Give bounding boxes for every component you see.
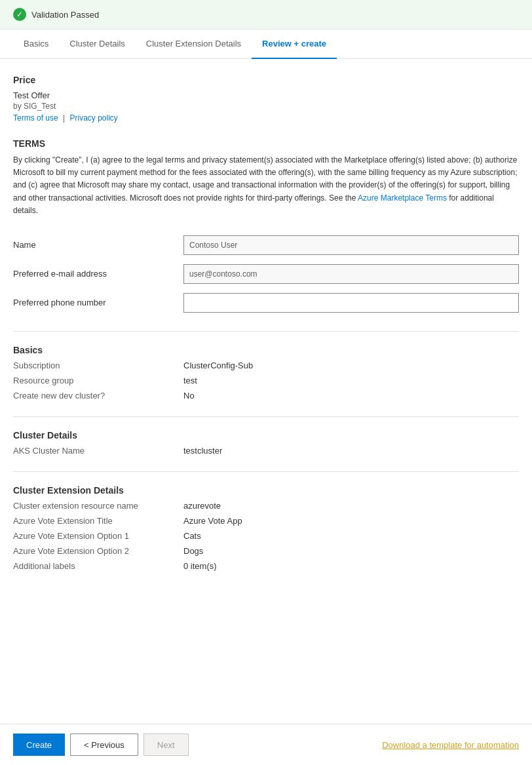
validation-banner: ✓ Validation Passed xyxy=(0,0,532,29)
privacy-policy-link[interactable]: Privacy policy xyxy=(70,113,118,123)
table-row: Cluster extension resource name azurevot… xyxy=(13,501,519,511)
basics-section-title: Basics xyxy=(13,345,519,355)
link-separator: | xyxy=(63,113,65,123)
previous-button[interactable]: < Previous xyxy=(70,734,138,756)
table-row: Create new dev cluster? No xyxy=(13,391,519,401)
check-icon: ✓ xyxy=(13,8,26,21)
name-row: Name xyxy=(13,235,519,255)
extension-title-key: Azure Vote Extension Title xyxy=(13,516,183,526)
extension-option2-value: Dogs xyxy=(183,546,203,556)
aks-cluster-name-value: testcluster xyxy=(183,446,222,456)
phone-row: Preferred phone number xyxy=(13,293,519,313)
price-section-title: Price xyxy=(13,75,519,85)
create-dev-cluster-value: No xyxy=(183,391,195,401)
phone-label: Preferred phone number xyxy=(13,298,183,307)
table-row: AKS Cluster Name testcluster xyxy=(13,446,519,456)
tab-cluster-details[interactable]: Cluster Details xyxy=(59,29,136,59)
divider-3 xyxy=(13,471,519,472)
cluster-details-title: Cluster Details xyxy=(13,430,519,441)
offer-by: by SIG_Test xyxy=(13,102,519,111)
cluster-extension-details-title: Cluster Extension Details xyxy=(13,485,519,496)
cluster-details-section: Cluster Details AKS Cluster Name testclu… xyxy=(13,430,519,456)
extension-resource-name-value: azurevote xyxy=(183,501,221,511)
table-row: Azure Vote Extension Title Azure Vote Ap… xyxy=(13,516,519,526)
terms-of-use-link[interactable]: Terms of use xyxy=(13,113,58,123)
divider-2 xyxy=(13,416,519,417)
divider-1 xyxy=(13,331,519,332)
download-template-link[interactable]: Download a template for automation xyxy=(382,740,519,750)
email-input[interactable] xyxy=(183,264,519,284)
phone-input[interactable] xyxy=(183,293,519,313)
terms-section-title: TERMS xyxy=(13,138,519,149)
price-section: Price Test Offer by SIG_Test Terms of us… xyxy=(13,75,519,123)
terms-section: TERMS By clicking "Create", I (a) agree … xyxy=(13,138,519,217)
azure-marketplace-terms-link[interactable]: Azure Marketplace Terms xyxy=(358,193,447,203)
next-button: Next xyxy=(143,734,189,756)
terms-text: By clicking "Create", I (a) agree to the… xyxy=(13,154,519,217)
table-row: Azure Vote Extension Option 1 Cats xyxy=(13,531,519,541)
tab-review-create[interactable]: Review + create xyxy=(252,29,337,59)
extension-title-value: Azure Vote App xyxy=(183,516,242,526)
extension-option1-key: Azure Vote Extension Option 1 xyxy=(13,531,183,541)
table-row: Azure Vote Extension Option 2 Dogs xyxy=(13,546,519,556)
footer: Create < Previous Next Download a templa… xyxy=(0,724,532,765)
subscription-key: Subscription xyxy=(13,361,183,370)
tab-cluster-extension-details[interactable]: Cluster Extension Details xyxy=(136,29,252,59)
cluster-extension-details-section: Cluster Extension Details Cluster extens… xyxy=(13,485,519,571)
additional-labels-key: Additional labels xyxy=(13,561,183,571)
subscription-value: ClusterConfig-Sub xyxy=(183,361,253,370)
resource-group-key: Resource group xyxy=(13,376,183,385)
contact-form: Name Preferred e-mail address Preferred … xyxy=(13,235,519,313)
extension-option2-key: Azure Vote Extension Option 2 xyxy=(13,546,183,556)
extension-resource-name-key: Cluster extension resource name xyxy=(13,501,183,511)
table-row: Subscription ClusterConfig-Sub xyxy=(13,361,519,370)
additional-labels-value: 0 item(s) xyxy=(183,561,217,571)
tab-basics[interactable]: Basics xyxy=(13,29,59,59)
links-row: Terms of use | Privacy policy xyxy=(13,113,519,123)
name-label: Name xyxy=(13,240,183,250)
offer-name: Test Offer xyxy=(13,90,519,100)
name-input[interactable] xyxy=(183,235,519,255)
email-row: Preferred e-mail address xyxy=(13,264,519,284)
create-button[interactable]: Create xyxy=(13,734,65,756)
table-row: Resource group test xyxy=(13,376,519,385)
basics-section: Basics Subscription ClusterConfig-Sub Re… xyxy=(13,345,519,401)
table-row: Additional labels 0 item(s) xyxy=(13,561,519,571)
validation-text: Validation Passed xyxy=(31,10,99,20)
create-dev-cluster-key: Create new dev cluster? xyxy=(13,391,183,401)
extension-option1-value: Cats xyxy=(183,531,201,541)
tabs-nav: Basics Cluster Details Cluster Extension… xyxy=(0,29,532,59)
resource-group-value: test xyxy=(183,376,197,385)
main-content: Price Test Offer by SIG_Test Terms of us… xyxy=(0,59,532,639)
email-label: Preferred e-mail address xyxy=(13,269,183,279)
aks-cluster-name-key: AKS Cluster Name xyxy=(13,446,183,456)
